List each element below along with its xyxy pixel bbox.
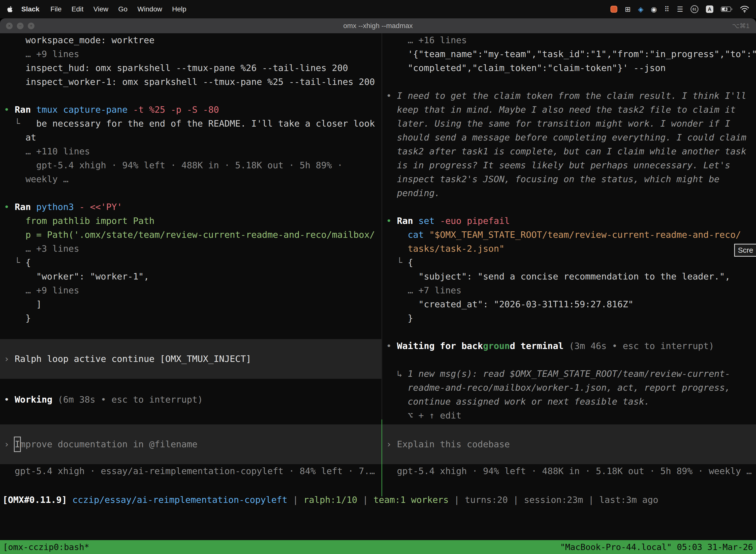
menu-go[interactable]: Go <box>118 5 127 13</box>
terminal-line: "worker": "worker-1", <box>0 270 381 283</box>
terminal-line: from pathlib import Path <box>0 214 381 228</box>
text-segment: | <box>449 495 465 505</box>
terminal-line: … +16 lines <box>382 33 756 47</box>
text-segment: (6m 38s • esc to interrupt) <box>58 394 203 404</box>
lines-icon[interactable]: ☰ <box>677 5 683 13</box>
text-segment: gpt-5.4 xhigh · 94% left · 488K in · 5.1… <box>386 466 752 476</box>
terminal-line: } <box>382 311 756 325</box>
macos-menu-bar: Slack File Edit View Go Window Help ⊞ ◈ … <box>0 0 756 18</box>
battery-icon[interactable] <box>721 6 733 12</box>
text-segment: cat <box>386 230 429 240</box>
active-app-name[interactable]: Slack <box>21 5 40 13</box>
omx-status-line: [OMX#0.11.9] cczip/essay/ai-reimplementa… <box>0 493 756 507</box>
text-segment: keep that in mind. Maybe I also need the… <box>386 105 736 115</box>
text-segment: pending. <box>386 188 440 198</box>
terminal-line: p = Path('.omx/state/team/review-current… <box>0 228 381 242</box>
text-segment: } <box>4 313 31 323</box>
text-segment: "created_at": "2026-03-31T11:59:27.816Z" <box>386 299 633 309</box>
terminal-window[interactable]: workspace_mode: worktree … +9 lines insp… <box>0 33 756 554</box>
pane-right: … +16 lines '{"team_name":"my-team","tas… <box>382 33 756 512</box>
prompt-row[interactable]: › Improve documentation in @filename <box>0 425 381 464</box>
text-segment: d terminal <box>510 341 569 351</box>
text-segment: continue assigned work or next feasible … <box>386 396 649 406</box>
pane-right-lines: … +16 lines '{"team_name":"my-team","tas… <box>382 33 756 478</box>
terminal-line: • Working (6m 38s • esc to interrupt) <box>0 393 381 406</box>
text-segment: session:23m <box>524 495 583 505</box>
text-segment: | <box>358 495 374 505</box>
terminal-line: • Waiting for background terminal (3m 46… <box>382 339 756 353</box>
terminal-line: should send a message before completing … <box>382 130 756 145</box>
text-segment: readme-and-reco/mailbox/worker-1.json, a… <box>386 383 730 393</box>
grid-icon[interactable]: ⊞ <box>625 5 630 13</box>
terminal-line <box>382 325 756 339</box>
text-segment: set <box>419 216 440 226</box>
text-segment: Ran <box>15 202 36 212</box>
terminal-line <box>382 353 756 367</box>
terminal-line: '{"team_name":"my-team","task_id":"1","f… <box>382 47 756 61</box>
battery-gauge-icon[interactable]: 61 <box>691 5 698 13</box>
terminal-line <box>0 89 381 103</box>
prompt-row[interactable]: › Ralph loop active continue [OMX_TMUX_I… <box>0 339 381 379</box>
text-segment: › <box>4 352 15 366</box>
menu-view[interactable]: View <box>93 5 108 13</box>
text-segment: Explain this codebase <box>397 437 510 451</box>
text-segment: tasks/task-2.json" <box>386 243 504 254</box>
menu-window[interactable]: Window <box>137 5 162 13</box>
menu-file[interactable]: File <box>50 5 62 13</box>
text-segment: • <box>386 91 397 101</box>
terminal-line: "subject": "send a concise recommendatio… <box>382 270 756 283</box>
input-source-icon[interactable]: A <box>706 5 713 13</box>
text-segment: -euo pipefail <box>440 216 510 226</box>
menubar-status-icons: ⊞ ◈ ◉ ⠿ ☰ 61 A <box>611 5 749 13</box>
text-segment: turns:20 <box>465 495 508 505</box>
terminal-line: … +9 lines <box>0 47 381 61</box>
text-segment: › <box>4 437 15 451</box>
window-title-bar: × − + omx --xhigh --madmax ⌥⌘1 <box>0 18 756 33</box>
prompt-row[interactable]: › Explain this codebase <box>382 425 756 464</box>
dots-grid-icon[interactable]: ⠿ <box>664 5 670 13</box>
text-segment: inspect_worker-1: omx sparkshell --tmux-… <box>4 77 375 87</box>
terminal-line: keep that in mind. Maybe I also need the… <box>382 103 756 117</box>
pane-left: workspace_mode: worktree … +9 lines insp… <box>0 33 381 512</box>
text-segment: be necessary for the end of the README. … <box>36 118 375 128</box>
terminal-line <box>382 75 756 89</box>
text-segment: 1 new msg(s): read $OMX_TEAM_STATE_ROOT/… <box>408 369 730 379</box>
circle-app-icon[interactable]: ◉ <box>651 5 657 13</box>
text-segment: … +9 lines <box>4 49 79 59</box>
apple-menu-icon[interactable] <box>7 6 13 13</box>
text-segment: Ralph loop active continue [OMX_TMUX_INJ… <box>15 352 251 366</box>
text-segment: … +110 lines <box>4 146 90 156</box>
text-segment: gpt-5.4 xhigh · essay/ai-reimplementatio… <box>4 466 375 476</box>
terminal-line: workspace_mode: worktree <box>0 33 381 47</box>
text-segment: Ran <box>397 216 419 226</box>
menu-edit[interactable]: Edit <box>71 5 83 13</box>
text-segment: - <<'PY' <box>79 202 122 212</box>
clipped-tooltip: Scre <box>734 244 756 257</box>
text-segment: ] <box>4 299 42 309</box>
text-segment: | <box>288 495 304 505</box>
terminal-line: inspect_hud: omx sparkshell --tmux-pane … <box>0 61 381 75</box>
terminal-line: "completed","claim_token":"claim-token"}… <box>382 61 756 75</box>
text-segment: -t %25 -p -S -80 <box>133 105 219 115</box>
terminal-line: is in progress? It seems likely but perh… <box>382 158 756 172</box>
text-segment: { <box>408 258 413 268</box>
text-segment: gpt-5.4 xhigh · 94% left · 488K in · 5.1… <box>4 160 342 170</box>
text-segment: is in progress? It seems likely but perh… <box>386 160 730 170</box>
text-segment: | <box>583 495 599 505</box>
text-segment: … +16 lines <box>386 35 467 45</box>
terminal-line: • Ran python3 - <<'PY' <box>0 200 381 214</box>
terminal-line: ] <box>0 297 381 311</box>
window-title: omx --xhigh --madmax <box>0 22 756 30</box>
text-segment: └ <box>4 258 25 268</box>
wifi-icon[interactable] <box>740 6 749 13</box>
blue-app-icon[interactable]: ◈ <box>638 5 643 13</box>
screen-recording-icon[interactable] <box>611 6 617 13</box>
text-segment: "worker": "worker-1", <box>4 271 149 281</box>
text-segment: Working <box>15 394 58 404</box>
terminal-line: continue assigned work or next feasible … <box>382 395 756 408</box>
text-segment: task2 after task1 is complete, but can I… <box>386 146 746 156</box>
terminal-line: weekly … <box>0 172 381 186</box>
terminal-line: … +110 lines <box>0 145 381 158</box>
menu-help[interactable]: Help <box>172 5 187 13</box>
terminal-line: … +3 lines <box>0 242 381 256</box>
